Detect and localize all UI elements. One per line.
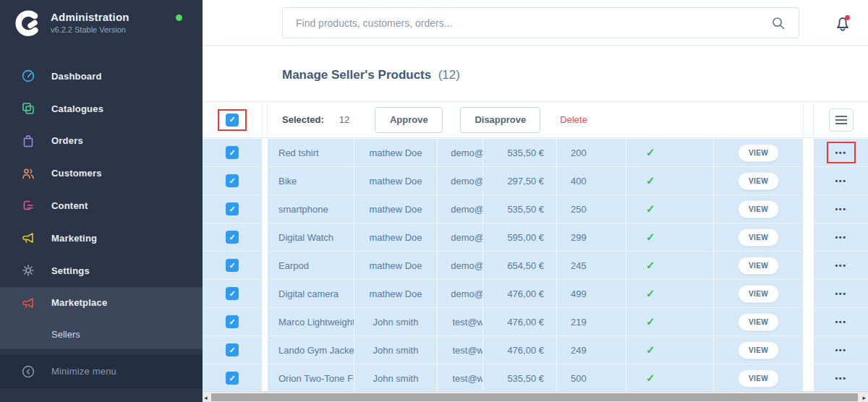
- quantity-cell: 245: [557, 252, 626, 280]
- view-button[interactable]: VIEW: [738, 369, 779, 388]
- status-cell: ✓: [626, 364, 714, 391]
- row-menu-dots-icon[interactable]: •••: [835, 176, 846, 185]
- seller-email-cell: test@w: [438, 308, 483, 336]
- content-icon: [21, 199, 35, 213]
- select-all-checkbox[interactable]: ✓: [226, 114, 239, 127]
- sidebar-item-orders[interactable]: Orders: [0, 125, 203, 158]
- row-checkbox[interactable]: ✓: [226, 259, 239, 272]
- approve-button[interactable]: Approve: [375, 107, 443, 133]
- row-checkbox[interactable]: ✓: [226, 287, 239, 300]
- view-button[interactable]: VIEW: [738, 257, 779, 275]
- page-title: Manage Seller's Products: [282, 68, 431, 82]
- table-row: ✓ Digital camera mathew Doe demo@ 476,00…: [203, 280, 868, 308]
- approved-check-icon: ✓: [646, 231, 655, 244]
- dashboard-icon: [21, 69, 35, 83]
- sidebar-item-marketing[interactable]: Marketing: [0, 222, 203, 255]
- view-cell: VIEW: [714, 167, 803, 195]
- row-menu-dots-icon[interactable]: •••: [835, 205, 846, 213]
- row-checkbox[interactable]: ✓: [226, 202, 239, 215]
- seller-name-cell: mathew Doe: [354, 252, 438, 280]
- price-cell: 595,00 €: [483, 223, 557, 252]
- product-name-cell: Bike: [268, 167, 354, 195]
- check-icon: ✓: [229, 346, 235, 354]
- check-icon: ✓: [229, 149, 235, 157]
- selected-label: Selected:: [282, 114, 324, 125]
- toolbar-main: Selected: 12 Approve Disapprove Delete: [268, 102, 803, 137]
- product-name-cell: smartphone: [268, 195, 354, 223]
- scrollbar-thumb[interactable]: [211, 393, 858, 401]
- table-row: ✓ Red tshirt mathew Doe demo@ 535,50 € 2…: [203, 139, 868, 167]
- brand: Administration v6.2.2 Stable Version: [0, 0, 203, 45]
- customers-icon: [21, 166, 35, 181]
- price-cell: 297,50 €: [483, 167, 557, 195]
- global-search: [282, 7, 799, 38]
- status-cell: ✓: [626, 139, 714, 167]
- view-button[interactable]: VIEW: [738, 144, 779, 162]
- row-menu-dots-icon[interactable]: •••: [835, 261, 846, 270]
- status-cell: ✓: [626, 280, 714, 308]
- row-checkbox[interactable]: ✓: [226, 146, 239, 159]
- sidebar-item-sellers[interactable]: Sellers: [0, 319, 203, 349]
- sidebar-item-dashboard[interactable]: Dashboard: [0, 60, 203, 93]
- sidebar-item-marketplace[interactable]: Marketplace: [0, 287, 203, 320]
- seller-email-cell: demo@: [438, 139, 483, 167]
- view-button[interactable]: VIEW: [738, 285, 779, 303]
- app-version: v6.2.2 Stable Version: [51, 25, 129, 34]
- search-icon[interactable]: [771, 16, 786, 30]
- table-row: ✓ Orion Two-Tone Fitte John smith test@w…: [203, 364, 868, 391]
- approved-check-icon: ✓: [646, 146, 655, 159]
- seller-email-cell: test@w: [438, 364, 483, 391]
- check-icon: ✓: [229, 290, 235, 298]
- actions-cell: •••: [814, 223, 868, 252]
- row-checkbox[interactable]: ✓: [226, 231, 239, 244]
- view-button[interactable]: VIEW: [738, 313, 779, 331]
- price-cell: 535,50 €: [483, 364, 557, 391]
- selected-count: 12: [339, 114, 349, 125]
- product-name-cell: Digital camera: [268, 280, 354, 308]
- row-checkbox[interactable]: ✓: [226, 174, 239, 187]
- row-menu-dots-icon[interactable]: •••: [835, 233, 846, 241]
- view-button[interactable]: VIEW: [738, 172, 779, 190]
- view-button[interactable]: VIEW: [738, 341, 779, 359]
- seller-email-cell: demo@: [438, 167, 483, 195]
- row-checkbox[interactable]: ✓: [226, 372, 239, 385]
- sidebar-item-catalogues[interactable]: Catalogues: [0, 93, 203, 125]
- sidebar-item-content[interactable]: Content: [0, 189, 203, 222]
- sidebar-item-settings[interactable]: Settings: [0, 255, 203, 287]
- row-menu-dots-icon[interactable]: •••: [835, 317, 846, 326]
- scroll-right-arrow-icon[interactable]: ▸: [862, 393, 866, 402]
- scroll-left-arrow-icon[interactable]: ◂: [204, 393, 208, 402]
- actions-cell: •••: [814, 252, 868, 280]
- view-button[interactable]: VIEW: [738, 228, 779, 247]
- hamburger-icon: [835, 116, 847, 117]
- row-menu-dots-icon[interactable]: •••: [835, 346, 846, 354]
- view-button[interactable]: VIEW: [738, 200, 779, 218]
- quantity-cell: 299: [557, 223, 626, 252]
- marketplace-megaphone-icon: [21, 296, 35, 310]
- search-input[interactable]: [283, 8, 799, 38]
- notifications-bell-icon[interactable]: [832, 12, 854, 33]
- view-cell: VIEW: [714, 223, 803, 252]
- disapprove-button[interactable]: Disapprove: [460, 107, 540, 133]
- table-row: ✓ Digital Watch mathew Doe demo@ 595,00 …: [203, 223, 868, 252]
- minimize-menu-button[interactable]: Minimize menu: [0, 354, 203, 388]
- actions-cell: •••: [814, 336, 868, 364]
- view-cell: VIEW: [714, 139, 803, 167]
- price-cell: 654,50 €: [483, 252, 557, 280]
- row-menu-dots-icon[interactable]: •••: [835, 148, 846, 157]
- row-menu-dots-icon[interactable]: •••: [835, 289, 846, 298]
- seller-email-cell: demo@: [438, 280, 483, 308]
- table-menu-button[interactable]: [829, 108, 854, 132]
- marketing-megaphone-icon: [21, 231, 35, 245]
- view-cell: VIEW: [714, 336, 803, 364]
- view-cell: VIEW: [714, 308, 803, 336]
- row-menu-dots-icon[interactable]: •••: [835, 374, 846, 382]
- sidebar-item-customers[interactable]: Customers: [0, 157, 203, 189]
- delete-link[interactable]: Delete: [560, 114, 587, 125]
- admin-app: Administration v6.2.2 Stable Version Das…: [0, 0, 868, 402]
- table-row: ✓ Marco Lightweight A John smith test@w …: [203, 308, 868, 336]
- product-name-cell: Orion Two-Tone Fitte: [268, 364, 354, 391]
- row-checkbox[interactable]: ✓: [226, 315, 239, 328]
- row-checkbox[interactable]: ✓: [226, 343, 239, 356]
- sidebar-active-section: Marketplace Sellers: [0, 287, 203, 350]
